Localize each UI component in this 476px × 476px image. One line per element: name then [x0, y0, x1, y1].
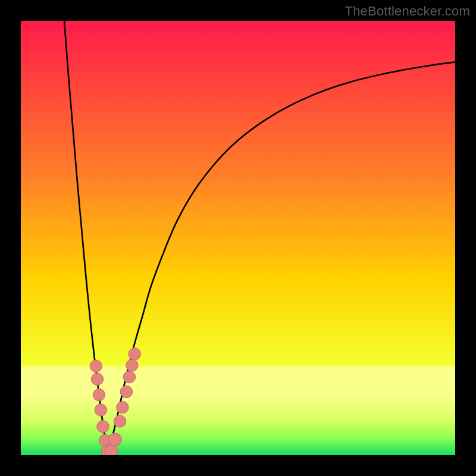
chart-svg [21, 21, 455, 455]
marker-dot [123, 371, 135, 383]
marker-dot [95, 404, 107, 416]
marker-dot [114, 415, 126, 427]
chart-frame: TheBottlenecker.com [0, 0, 476, 476]
plot-area [21, 21, 455, 455]
marker-dot [90, 360, 102, 372]
marker-dot [117, 401, 129, 413]
marker-dot [93, 389, 105, 400]
curve-right-branch [108, 62, 455, 455]
watermark-text: TheBottlenecker.com [345, 4, 470, 19]
marker-dot [108, 433, 121, 446]
marker-dot [91, 373, 103, 385]
marker-dot [120, 386, 132, 397]
marker-dot [126, 359, 138, 371]
marker-dot [129, 348, 140, 360]
marker-group [90, 348, 140, 455]
marker-dot [97, 421, 109, 433]
